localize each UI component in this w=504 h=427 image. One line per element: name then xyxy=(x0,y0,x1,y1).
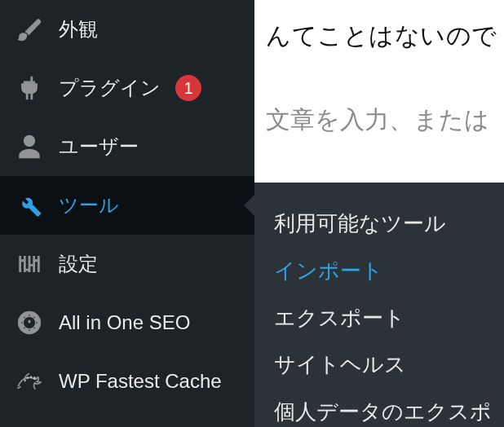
sidebar-item-appearance[interactable]: 外観 xyxy=(0,0,254,59)
wrench-icon xyxy=(15,191,44,220)
sidebar-item-label: All in One SEO xyxy=(59,311,190,334)
svg-point-3 xyxy=(27,377,28,378)
plug-icon xyxy=(15,73,44,103)
sidebar-item-label: ユーザー xyxy=(59,134,139,160)
submenu-item-available-tools[interactable]: 利用可能なツール xyxy=(274,200,504,248)
sidebar-item-label: 設定 xyxy=(59,251,98,277)
admin-sidebar: 外観 プラグイン 1 ユーザー ツール 設定 xyxy=(0,0,254,427)
submenu-item-site-health[interactable]: サイトヘルス xyxy=(274,341,504,389)
cheetah-icon xyxy=(15,367,44,396)
app-frame: 外観 プラグイン 1 ユーザー ツール 設定 xyxy=(0,0,504,427)
update-badge: 1 xyxy=(175,75,201,101)
submenu-item-import[interactable]: インポート xyxy=(274,248,504,295)
submenu-item-export-personal-data[interactable]: 個人データのエクスポート xyxy=(274,389,504,427)
editor-area: んてことはないので 文章を入力、または xyxy=(254,0,504,137)
sidebar-item-label: プラグイン xyxy=(59,75,161,101)
sidebar-item-aioseo[interactable]: All in One SEO xyxy=(0,293,254,352)
sidebar-item-label: ツール xyxy=(59,192,119,218)
svg-point-1 xyxy=(34,377,36,379)
svg-point-2 xyxy=(30,376,31,377)
submenu-item-export[interactable]: エクスポート xyxy=(274,295,504,342)
sidebar-item-settings[interactable]: 設定 xyxy=(0,235,254,293)
content-area: んてことはないので 文章を入力、または 利用可能なツール インポート エクスポー… xyxy=(254,0,504,427)
sliders-icon xyxy=(15,249,44,279)
tools-submenu: 利用可能なツール インポート エクスポート サイトヘルス 個人データのエクスポー… xyxy=(254,183,504,427)
sidebar-item-plugins[interactable]: プラグイン 1 xyxy=(0,59,254,117)
sidebar-item-label: 外観 xyxy=(59,16,98,42)
sidebar-item-tools[interactable]: ツール xyxy=(0,176,254,235)
gear-badge-icon xyxy=(15,308,44,337)
sidebar-item-label: WP Fastest Cache xyxy=(59,371,222,392)
user-icon xyxy=(15,132,44,161)
sidebar-item-wpfc[interactable]: WP Fastest Cache xyxy=(0,352,254,411)
svg-point-4 xyxy=(24,380,25,381)
post-title-fragment[interactable]: んてことはないので xyxy=(266,20,504,53)
sidebar-item-users[interactable]: ユーザー xyxy=(0,117,254,176)
block-placeholder[interactable]: 文章を入力、または xyxy=(266,103,504,137)
brush-icon xyxy=(15,15,44,44)
